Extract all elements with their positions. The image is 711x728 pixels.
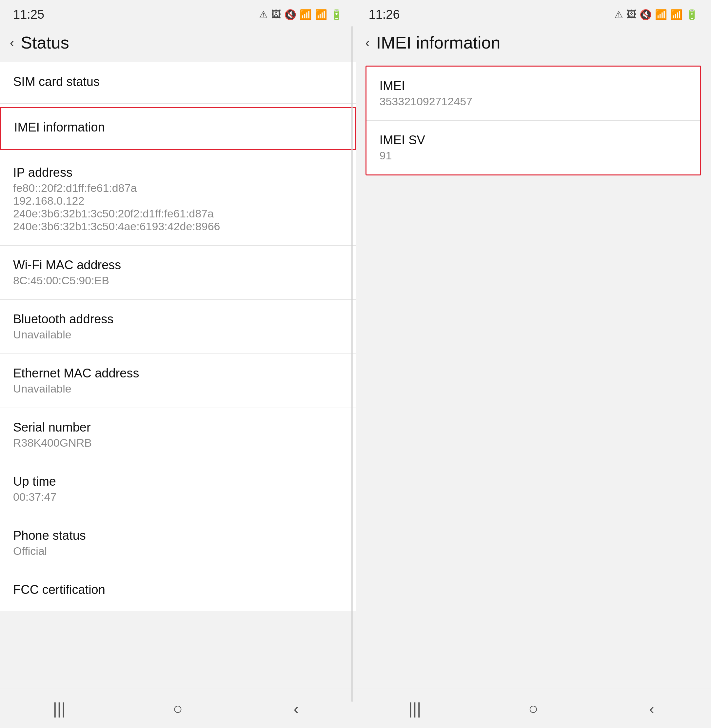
item-title-phone-status: Phone status xyxy=(13,529,342,543)
item-value-phone-status: Official xyxy=(13,545,342,557)
item-value-serial: R38K400GNRB xyxy=(13,437,342,449)
list-item-fcc[interactable]: FCC certification xyxy=(0,570,356,611)
list-item-imei-information[interactable]: IMEI information xyxy=(0,107,356,150)
list-item-ip-address[interactable]: IP address fe80::20f2:d1ff:fe61:d87a 192… xyxy=(0,153,356,246)
item-title-fcc: FCC certification xyxy=(13,583,342,597)
bottom-nav-left: ||| ○ ‹ xyxy=(0,689,356,728)
item-value-uptime: 00:37:47 xyxy=(13,490,342,504)
item-title-bluetooth: Bluetooth address xyxy=(13,312,342,326)
imei-card: IMEI 353321092712457 IMEI SV 91 xyxy=(366,66,702,176)
alert-icon-right: ⚠ xyxy=(614,9,623,20)
time-right: 11:26 xyxy=(369,7,400,22)
item-title-imei: IMEI information xyxy=(14,120,342,134)
right-panel: 11:26 ⚠ 🖼 🔇 📶 📶 🔋 ‹ IMEI information IME… xyxy=(356,0,711,728)
top-nav-right: ‹ IMEI information xyxy=(356,26,711,59)
item-title-serial: Serial number xyxy=(13,421,342,434)
left-panel: 11:25 ⚠ 🖼 🔇 📶 📶 🔋 ‹ Status SIM card stat… xyxy=(0,0,356,728)
item-title-imei-sv: IMEI SV xyxy=(380,133,687,147)
page-title-left: Status xyxy=(21,33,69,52)
signal-icon: 📶 xyxy=(315,9,327,20)
list-item-imei-sv[interactable]: IMEI SV 91 xyxy=(366,121,701,174)
item-title-sim: SIM card status xyxy=(13,75,342,89)
list-item-serial-number[interactable]: Serial number R38K400GNRB xyxy=(0,408,356,462)
battery-icon: 🔋 xyxy=(330,9,342,20)
list-item-wifi-mac[interactable]: Wi-Fi MAC address 8C:45:00:C5:90:EB xyxy=(0,246,356,300)
item-value-bluetooth: Unavailable xyxy=(13,328,342,341)
back-nav-button-left[interactable]: ‹ xyxy=(283,696,310,722)
image-icon-right: 🖼 xyxy=(627,9,636,20)
content-area-left: SIM card status IMEI information IP addr… xyxy=(0,59,356,689)
status-icons-left: ⚠ 🖼 🔇 📶 📶 🔋 xyxy=(259,9,342,20)
item-title-imei-number: IMEI xyxy=(380,79,687,93)
signal-icon-right: 📶 xyxy=(670,9,683,20)
alert-icon: ⚠ xyxy=(259,9,268,20)
home-button-left[interactable]: ○ xyxy=(165,696,191,722)
scroll-indicator-left xyxy=(351,59,353,689)
back-nav-button-right[interactable]: ‹ xyxy=(639,696,665,722)
battery-icon-right: 🔋 xyxy=(686,9,698,20)
wifi-icon-right: 📶 xyxy=(655,9,667,20)
time-left: 11:25 xyxy=(13,7,44,22)
list-item-imei-value[interactable]: IMEI 353321092712457 xyxy=(366,66,701,121)
settings-list-left: SIM card status IMEI information IP addr… xyxy=(0,62,356,611)
item-title-ip: IP address xyxy=(13,165,342,180)
list-item-ethernet-mac[interactable]: Ethernet MAC address Unavailable xyxy=(0,354,356,408)
item-value-imei-number: 353321092712457 xyxy=(380,95,687,108)
item-title-wifi-mac: Wi-Fi MAC address xyxy=(13,258,342,272)
status-icons-right: ⚠ 🖼 🔇 📶 📶 🔋 xyxy=(614,9,698,20)
back-button-right[interactable]: ‹ xyxy=(366,35,370,50)
back-button-left[interactable]: ‹ xyxy=(10,35,14,50)
recents-button-left[interactable]: ||| xyxy=(46,696,72,722)
item-value-wifi-mac: 8C:45:00:C5:90:EB xyxy=(13,274,342,287)
mute-icon-right: 🔇 xyxy=(640,9,652,20)
home-button-right[interactable]: ○ xyxy=(520,696,546,722)
item-value-ethernet-mac: Unavailable xyxy=(13,382,342,395)
item-title-uptime: Up time xyxy=(13,474,342,489)
item-title-ethernet-mac: Ethernet MAC address xyxy=(13,366,342,380)
top-nav-left: ‹ Status xyxy=(0,26,356,59)
page-title-right: IMEI information xyxy=(376,33,500,52)
item-value-imei-sv: 91 xyxy=(380,149,687,162)
content-area-right: IMEI 353321092712457 IMEI SV 91 xyxy=(356,59,711,689)
wifi-icon: 📶 xyxy=(299,9,312,20)
image-icon: 🖼 xyxy=(271,9,281,20)
mute-icon: 🔇 xyxy=(284,9,296,20)
list-item-bluetooth[interactable]: Bluetooth address Unavailable xyxy=(0,300,356,354)
bottom-nav-right: ||| ○ ‹ xyxy=(356,689,711,728)
recents-button-right[interactable]: ||| xyxy=(401,696,428,722)
list-item-phone-status[interactable]: Phone status Official xyxy=(0,516,356,570)
list-item-uptime[interactable]: Up time 00:37:47 xyxy=(0,462,356,516)
item-value-ip: fe80::20f2:d1ff:fe61:d87a 192.168.0.122 … xyxy=(13,182,342,233)
list-item-sim-card-status[interactable]: SIM card status xyxy=(0,62,356,103)
status-bar-left: 11:25 ⚠ 🖼 🔇 📶 📶 🔋 xyxy=(0,0,356,26)
status-bar-right: 11:26 ⚠ 🖼 🔇 📶 📶 🔋 xyxy=(356,0,711,26)
